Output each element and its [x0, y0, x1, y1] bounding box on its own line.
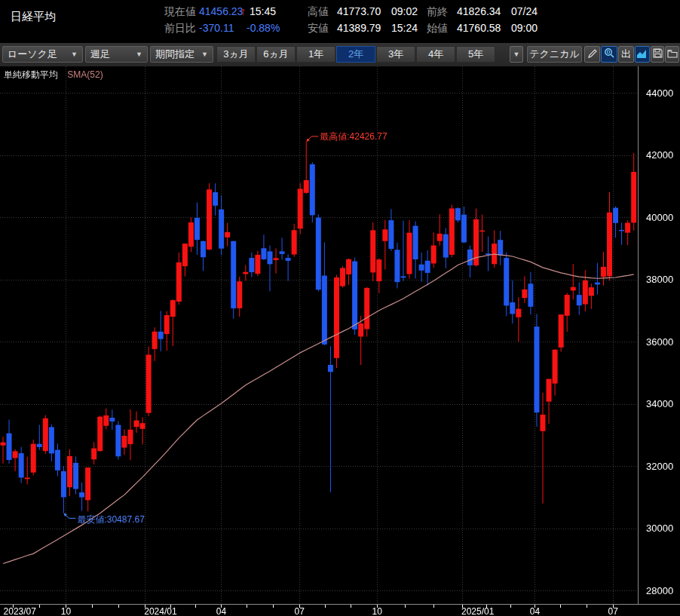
chart-area: 単純移動平均 SMA(52) 最高値:42426.77 最安値:30487.67…: [0, 66, 680, 616]
technical-indicators-button[interactable]: テクニカル: [527, 46, 582, 63]
zoom-magnifier-icon: [604, 48, 615, 61]
x-axis-label-2023-07: 2023/07: [4, 606, 36, 616]
period-button-3年[interactable]: 3年: [376, 46, 415, 63]
popout-window-button[interactable]: 出: [618, 46, 634, 63]
period-button-6ヵ月[interactable]: 6ヵ月: [256, 46, 296, 63]
period-button-5年[interactable]: 5年: [456, 46, 495, 63]
period-button-1年[interactable]: 1年: [296, 46, 335, 63]
change-value: -370.11: [199, 22, 234, 34]
sma-legend: 単純移動平均 SMA(52): [4, 69, 103, 81]
quote-header: 日経平均 現在値 41456.23 ↑ 15:45 前日比 -370.11 -0…: [0, 0, 680, 42]
sma-legend-value: SMA(52): [67, 69, 103, 80]
load-button[interactable]: [665, 46, 679, 63]
y-axis-label-28000: 28000: [646, 585, 673, 596]
current-price-time: 15:45: [250, 5, 276, 17]
x-axis-label-07: 07: [608, 606, 618, 616]
period-button-3ヵ月[interactable]: 3ヵ月: [216, 46, 256, 63]
y-axis-label-42000: 42000: [646, 149, 673, 161]
y-axis-label-34000: 34000: [646, 398, 673, 409]
candlestick-chart-canvas[interactable]: [0, 66, 680, 616]
chevron-down-icon: ▼: [71, 51, 78, 58]
timeframe-dropdown[interactable]: 週足 ▼: [85, 46, 148, 63]
save-floppy-icon: [653, 48, 663, 60]
x-axis-label-10: 10: [372, 606, 382, 616]
range-dropdown[interactable]: 期間指定 ▼: [150, 46, 213, 63]
y-axis-label-38000: 38000: [646, 274, 673, 285]
low-value: 41389.79: [337, 22, 381, 34]
popout-label: 出: [621, 48, 631, 61]
zoom-button[interactable]: [601, 46, 617, 63]
prev-close-label: 前終: [427, 5, 448, 19]
high-value: 41773.70: [337, 5, 381, 17]
open-value: 41760.58: [457, 22, 501, 34]
x-axis-label-2024-01: 2024/01: [144, 606, 176, 616]
change-percent: -0.88%: [247, 22, 280, 34]
chart-toolbar: ローソク足 ▼ 週足 ▼ 期間指定 ▼ ▼ テクニカル 出: [0, 43, 680, 67]
highest-value-annotation: 最高値:42426.77: [320, 130, 387, 143]
y-axis-label-30000: 30000: [646, 523, 673, 534]
open-time: 09:00: [511, 22, 538, 34]
draw-pencil-button[interactable]: [584, 46, 600, 63]
chevron-down-icon: ▼: [136, 51, 142, 58]
prev-close-date: 07/24: [511, 5, 538, 17]
y-axis-label-40000: 40000: [646, 212, 673, 223]
x-axis: 2023/07102024/010407102025/010407: [0, 604, 680, 616]
high-time: 09:02: [391, 5, 418, 17]
current-price-value: 41456.23: [199, 5, 243, 17]
y-axis-label-36000: 36000: [646, 336, 673, 348]
period-button-2年[interactable]: 2年: [336, 46, 375, 63]
timeframe-value: 週足: [90, 48, 110, 61]
area-chart-icon: [637, 49, 648, 60]
low-label: 安値: [308, 22, 329, 35]
save-button[interactable]: [651, 46, 664, 63]
x-axis-label-07: 07: [295, 606, 305, 616]
y-axis-label-32000: 32000: [646, 461, 673, 472]
x-axis-label-10: 10: [61, 606, 71, 616]
y-axis: 4400042000400003800036000340003200030000…: [638, 66, 680, 604]
stock-chart-app: { "header": { "title": "日経平均", "quote": …: [0, 0, 680, 616]
lowest-value-annotation: 最安値:30487.67: [77, 513, 144, 526]
change-label: 前日比: [164, 22, 196, 35]
x-axis-label-04: 04: [216, 606, 226, 616]
x-axis-label-2025-01: 2025/01: [461, 606, 494, 616]
prev-close-value: 41826.34: [457, 5, 501, 17]
open-label: 始値: [427, 22, 448, 35]
y-axis-label-44000: 44000: [646, 87, 673, 99]
chevron-down-icon: ▼: [513, 51, 520, 58]
chart-type-dropdown[interactable]: ローソク足 ▼: [2, 46, 83, 63]
period-button-4年[interactable]: 4年: [416, 46, 455, 63]
x-axis-label-04: 04: [530, 606, 540, 616]
chart-type-value: ローソク足: [8, 48, 57, 61]
instrument-title: 日経平均: [11, 10, 56, 24]
pencil-icon: [587, 48, 598, 61]
technical-button-label: テクニカル: [529, 48, 580, 61]
uptick-arrow-icon: ↑: [240, 5, 246, 17]
folder-open-icon: [667, 49, 678, 60]
low-time: 15:24: [391, 22, 418, 34]
current-price-label: 現在値: [164, 5, 196, 19]
chart-style-button[interactable]: [635, 46, 650, 63]
chevron-down-icon: ▼: [201, 51, 208, 58]
more-periods-dropdown[interactable]: ▼: [510, 46, 523, 63]
sma-legend-label: 単純移動平均: [4, 69, 58, 80]
high-label: 高値: [308, 5, 329, 19]
range-value: 期間指定: [155, 48, 195, 61]
